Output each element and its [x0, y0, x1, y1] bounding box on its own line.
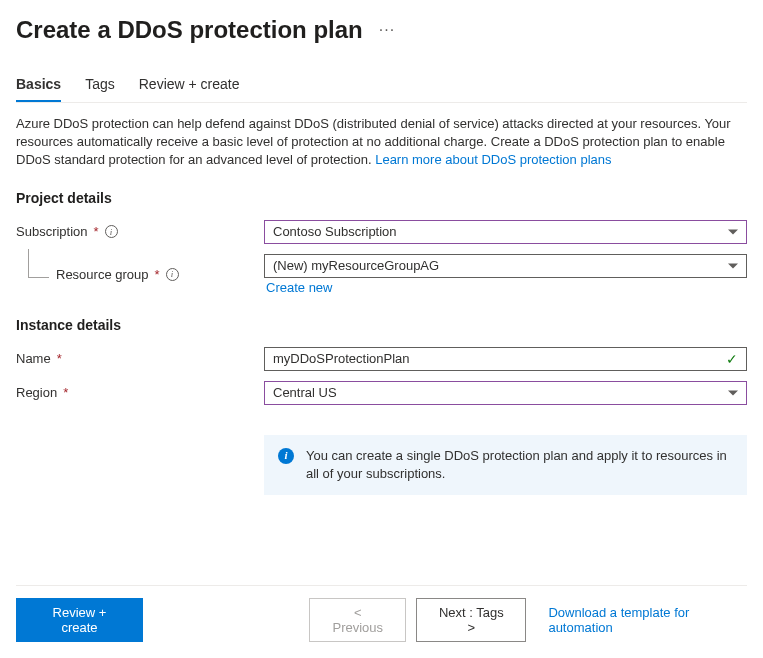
- chevron-down-icon: [728, 229, 738, 234]
- info-icon[interactable]: i: [105, 225, 118, 238]
- required-indicator: *: [63, 385, 68, 400]
- next-button[interactable]: Next : Tags >: [416, 598, 526, 642]
- chevron-down-icon: [728, 390, 738, 395]
- resource-group-dropdown[interactable]: (New) myResourceGroupAG: [264, 254, 747, 278]
- info-banner-text: You can create a single DDoS protection …: [306, 447, 733, 483]
- info-icon[interactable]: i: [166, 268, 179, 281]
- region-dropdown[interactable]: Central US: [264, 381, 747, 405]
- instance-details-title: Instance details: [16, 317, 747, 333]
- tab-tags[interactable]: Tags: [85, 68, 115, 102]
- subscription-value: Contoso Subscription: [273, 224, 397, 239]
- more-icon[interactable]: ···: [379, 21, 395, 39]
- project-details-section: Project details Subscription * i Contoso…: [16, 190, 747, 295]
- info-banner-icon: i: [278, 448, 294, 464]
- subscription-dropdown[interactable]: Contoso Subscription: [264, 220, 747, 244]
- learn-more-link[interactable]: Learn more about DDoS protection plans: [375, 152, 611, 167]
- tab-basics[interactable]: Basics: [16, 68, 61, 102]
- name-value: myDDoSProtectionPlan: [273, 351, 410, 366]
- project-details-title: Project details: [16, 190, 747, 206]
- create-new-link[interactable]: Create new: [266, 280, 332, 295]
- check-icon: ✓: [726, 351, 738, 367]
- resource-group-label: Resource group: [56, 267, 149, 282]
- required-indicator: *: [155, 267, 160, 282]
- review-create-button[interactable]: Review + create: [16, 598, 143, 642]
- tab-review[interactable]: Review + create: [139, 68, 240, 102]
- name-label: Name: [16, 351, 51, 366]
- required-indicator: *: [94, 224, 99, 239]
- page-title: Create a DDoS protection plan: [16, 16, 363, 44]
- description-body: Azure DDoS protection can help defend ag…: [16, 116, 731, 167]
- chevron-down-icon: [728, 263, 738, 268]
- region-label: Region: [16, 385, 57, 400]
- resource-group-value: (New) myResourceGroupAG: [273, 258, 439, 273]
- name-input[interactable]: myDDoSProtectionPlan ✓: [264, 347, 747, 371]
- description-text: Azure DDoS protection can help defend ag…: [16, 115, 747, 170]
- required-indicator: *: [57, 351, 62, 366]
- tabs: Basics Tags Review + create: [16, 68, 747, 103]
- footer: Review + create < Previous Next : Tags >…: [16, 585, 747, 642]
- region-value: Central US: [273, 385, 337, 400]
- subscription-label: Subscription: [16, 224, 88, 239]
- download-template-link[interactable]: Download a template for automation: [548, 605, 747, 635]
- info-banner: i You can create a single DDoS protectio…: [264, 435, 747, 495]
- previous-button: < Previous: [309, 598, 406, 642]
- instance-details-section: Instance details Name * myDDoSProtection…: [16, 317, 747, 405]
